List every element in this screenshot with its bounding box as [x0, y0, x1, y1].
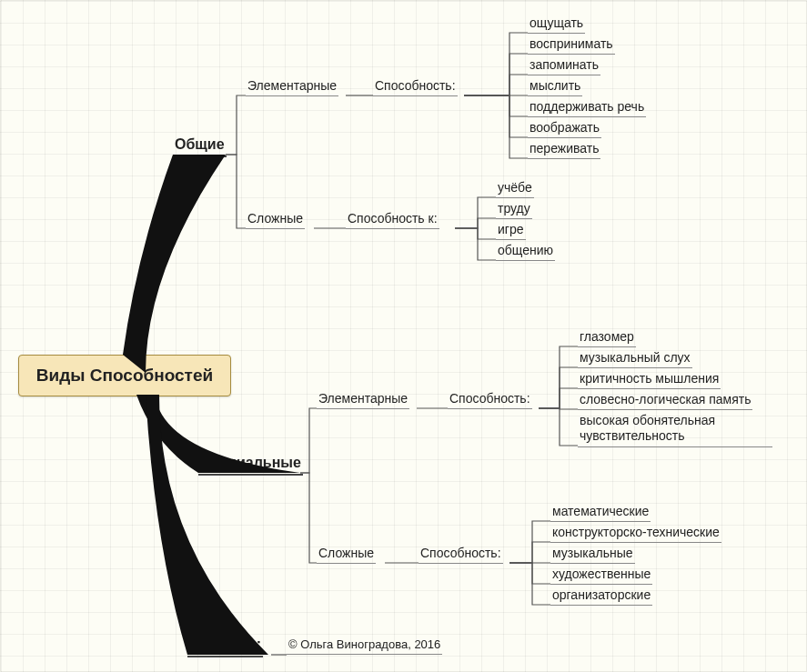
leaf-matematicheskie: математические [550, 502, 651, 522]
leaf-muzykalnye: музыкальные [550, 544, 635, 564]
leaf-myslit: мыслить [528, 76, 582, 96]
leaf-kritichnost: критичность мышления [578, 369, 721, 389]
leaf-glazomer: глазомер [578, 327, 636, 347]
node-obshie-elem-via: Способность: [373, 76, 458, 96]
leaf-trudu: труду [496, 199, 532, 219]
root-node: Виды Способностей [18, 355, 231, 396]
leaf-podderzhivat-rech: поддерживать речь [528, 97, 646, 117]
leaf-zapominat: запоминать [528, 55, 600, 75]
leaf-muz-sluh: музыкальный слух [578, 348, 692, 368]
leaf-uchebe: учёбе [496, 178, 534, 198]
leaf-vosprinimat: воспринимать [528, 35, 615, 55]
branch-mindmap: Mind Map: [187, 635, 263, 657]
branch-spetsialnye: Специальные [198, 453, 303, 476]
branch-obshie: Общие [173, 135, 227, 157]
leaf-konstruktor-tech: конструкторско-технические [550, 523, 721, 543]
leaf-oshushat: ощущать [528, 14, 585, 34]
leaf-hudozhestvennye: художественные [550, 565, 652, 585]
leaf-obonyat-chuvstvit: высокая обонятельная чувствительность [578, 411, 772, 447]
node-spec-elem-via: Способность: [448, 389, 532, 409]
root-label: Виды Способностей [36, 366, 213, 386]
leaf-obsheniyu: общению [496, 241, 555, 261]
leaf-slov-log-pamyat: словесно-логическая память [578, 390, 752, 410]
node-spec-slozhnye: Сложные [317, 544, 376, 564]
node-obshie-slozh-via: Способность к: [346, 209, 439, 229]
credit: © Ольга Виноградова, 2016 [287, 636, 442, 655]
node-obshie-elementarnye: Элементарные [246, 76, 338, 96]
node-spec-slozh-via: Способность: [419, 544, 503, 564]
leaf-voobrazhat: воображать [528, 118, 601, 138]
leaf-organizatorskie: организаторские [550, 586, 652, 606]
node-spec-elementarnye: Элементарные [317, 389, 409, 409]
node-obshie-slozhnye: Сложные [246, 209, 305, 229]
leaf-igre: игре [496, 220, 526, 240]
background-grid [0, 0, 807, 672]
leaf-perezhivat: переживать [528, 139, 600, 159]
